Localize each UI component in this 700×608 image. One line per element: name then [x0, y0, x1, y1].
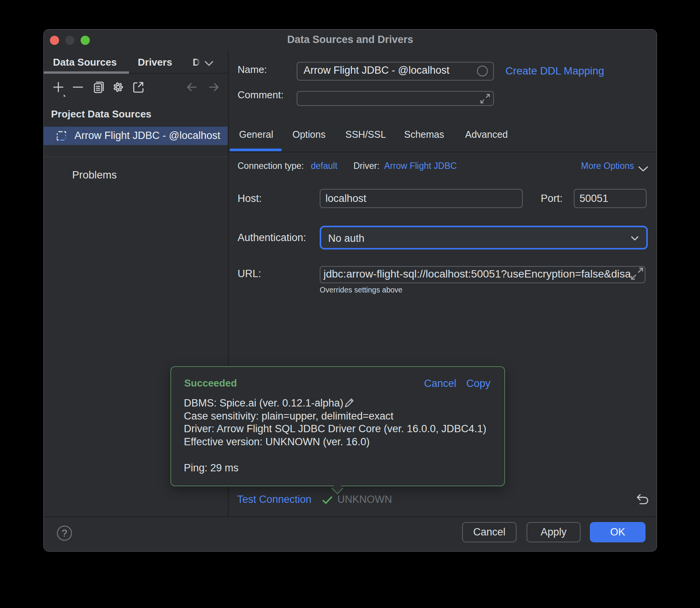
svg-text:?: ?: [62, 528, 67, 539]
